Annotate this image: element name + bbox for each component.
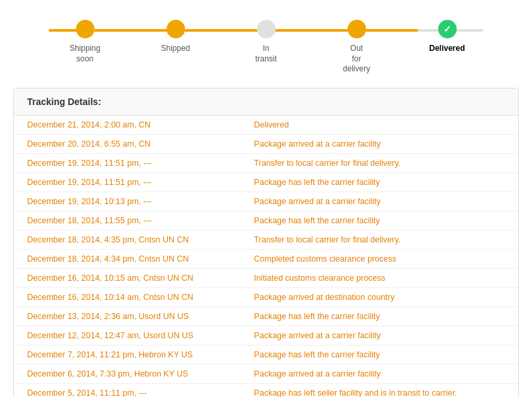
tracking-row: December 19, 2014, 11:51 pm, ---Package … [14,172,518,192]
tracking-date: December 18, 2014, 4:35 pm, Cntsn UN CN [14,230,241,249]
tracking-status: Package arrived at a carrier facility [241,364,518,383]
tracking-date: December 16, 2014, 10:14 am, Cntsn UN CN [14,287,241,307]
tracking-row: December 21, 2014, 2:00 am, CNDelivered [14,116,518,135]
progress-section: Shippingsoon Shipped Intransit Outfordel… [0,0,532,88]
step-delivered: ✓ Delivered [402,20,492,54]
step-dot-delivered: ✓ [438,20,457,38]
tracking-status: Package has left the carrier facility [241,345,518,364]
step-shipping-soon: Shippingsoon [40,20,130,64]
tracking-date: December 20, 2014, 6:55 am, CN [14,134,241,153]
tracking-date: December 7, 2014, 11:21 pm, Hebron KY US [14,345,241,364]
tracking-date: December 19, 2014, 10:13 pm, --- [14,192,241,211]
tracking-status: Delivered [241,116,518,135]
step-label-delivered: Delivered [429,44,465,54]
tracking-status: Package arrived at a carrier facility [241,192,518,211]
tracking-row: December 6, 2014, 7:33 pm, Hebron KY USP… [14,364,518,383]
tracking-date: December 6, 2014, 7:33 pm, Hebron KY US [14,364,241,383]
tracking-date: December 19, 2014, 11:51 pm, --- [14,172,241,192]
tracking-row: December 5, 2014, 11:11 pm, ---Package h… [14,383,518,397]
tracking-date: December 5, 2014, 11:11 pm, --- [14,383,241,397]
tracking-status: Package arrived at a carrier facility [241,134,518,153]
step-out-for-delivery: Outfordelivery [311,20,402,75]
step-dot-in-transit [257,20,276,38]
tracking-status: Package arrived at a carrier facility [241,326,518,345]
tracking-date: December 18, 2014, 11:55 pm, --- [14,211,241,230]
tracking-date: December 12, 2014, 12:47 am, Usord UN US [14,326,241,345]
tracking-date: December 13, 2014, 2:36 am, Usord UN US [14,307,241,326]
tracking-row: December 19, 2014, 11:51 pm, ---Transfer… [14,153,518,172]
tracking-date: December 18, 2014, 4:34 pm, Cntsn UN CN [14,249,241,268]
tracking-row: December 18, 2014, 4:35 pm, Cntsn UN CNT… [14,230,518,249]
tracking-date: December 16, 2014, 10:15 am, Cntsn UN CN [14,268,241,287]
tracking-status: Package has left the carrier facility [241,211,518,230]
tracking-date: December 21, 2014, 2:00 am, CN [14,116,241,135]
step-in-transit: Intransit [221,20,311,64]
tracking-date: December 19, 2014, 11:51 pm, --- [14,153,241,172]
step-label-shipping-soon: Shippingsoon [69,44,100,64]
step-label-shipped: Shipped [161,44,190,54]
tracking-status: Initiated customs clearance process [241,268,518,287]
step-label-in-transit: Intransit [255,44,277,64]
tracking-status: Transfer to local carrier for final deli… [241,153,518,172]
tracking-status: Completed customs clearance process [241,249,518,268]
tracking-header-title: Tracking Details: [27,96,101,107]
tracking-row: December 18, 2014, 4:34 pm, Cntsn UN CNC… [14,249,518,268]
tracking-section: Tracking Details: December 21, 2014, 2:0… [13,88,519,397]
tracking-row: December 7, 2014, 11:21 pm, Hebron KY US… [14,345,518,364]
tracking-table: December 21, 2014, 2:00 am, CNDeliveredD… [14,116,518,397]
tracking-status: Package has left the carrier facility [241,307,518,326]
step-dot-shipping-soon [76,20,95,38]
step-shipped: Shipped [130,20,221,54]
step-dot-shipped [167,20,185,38]
tracking-row: December 16, 2014, 10:14 am, Cntsn UN CN… [14,287,518,307]
step-label-out-for-delivery: Outfordelivery [343,44,370,75]
tracking-row: December 16, 2014, 10:15 am, Cntsn UN CN… [14,268,518,287]
tracking-status: Package has left the carrier facility [241,172,518,192]
tracking-row: December 12, 2014, 12:47 am, Usord UN US… [14,326,518,345]
tracking-status: Package has left seller facility and is … [241,383,518,397]
tracking-row: December 18, 2014, 11:55 pm, ---Package … [14,211,518,230]
delivered-checkmark: ✓ [443,24,451,34]
tracking-status: Transfer to local carrier for final deli… [241,230,518,249]
tracking-status: Package arrived at destination country [241,287,518,307]
progress-track: Shippingsoon Shipped Intransit Outfordel… [40,20,492,75]
step-dot-out-for-delivery [348,20,366,38]
tracking-row: December 13, 2014, 2:36 am, Usord UN USP… [14,307,518,326]
tracking-row: December 19, 2014, 10:13 pm, ---Package … [14,192,518,211]
tracking-header: Tracking Details: [14,89,518,116]
tracking-row: December 20, 2014, 6:55 am, CNPackage ar… [14,134,518,153]
